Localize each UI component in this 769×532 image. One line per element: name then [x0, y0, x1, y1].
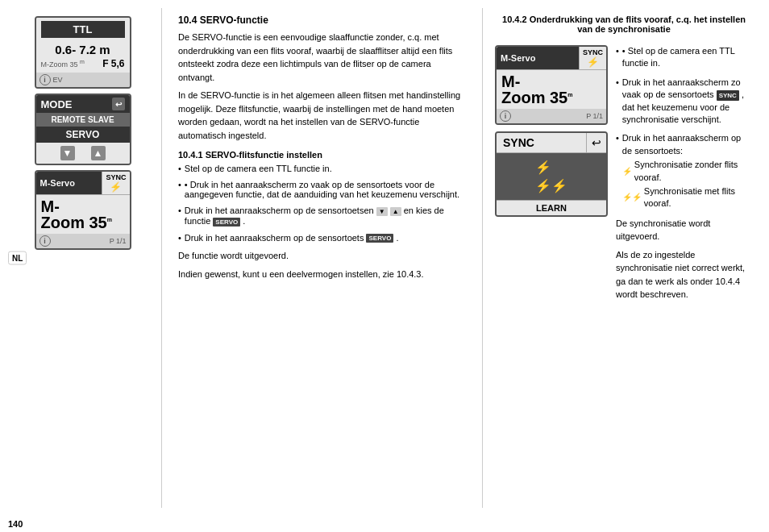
right-bullet-2: • Druk in het aanraakscherm zo vaak op d… [616, 77, 753, 127]
mode-device: MODE ↩ REMOTE SLAVE SERVO ▼ ▲ [35, 94, 131, 165]
bullet-text-4: Druk in het aanraakscherm op de sensorto… [185, 233, 399, 243]
bullet-text-3: Druk in het aanraakscherm op de sensorto… [185, 206, 466, 227]
right-body-1: De synchronisatie wordt uitgevoerd. [616, 217, 753, 243]
flash-1: ⚡ [535, 160, 567, 175]
ttl-header: TTL [41, 21, 125, 38]
right-section-title: 10.4.2 Onderdrukking van de flits vooraf… [495, 15, 753, 34]
page-number: 140 [0, 516, 769, 532]
sync-device-label: SYNC [497, 133, 586, 153]
mservo-label: M-Servo [36, 172, 102, 194]
ev-label: EV [53, 76, 63, 84]
bullet-1: • Stel op de camera een TTL functie in. [178, 164, 466, 173]
bullet-dot-3: • [178, 206, 181, 215]
right-mzoom-large: M- Zoom 35m [501, 73, 601, 106]
bullet-2: • • Druk in het aanraakscherm zo vaak op… [178, 180, 466, 199]
sync-back-icon: ↩ [586, 133, 606, 153]
body-text-3: De functie wordt uitgevoerd. [178, 249, 466, 263]
bullet-dot-2: • [178, 180, 181, 189]
right-bullet-1: • • Stel op de camera een TTL functie in… [616, 45, 753, 70]
right-text-section: • • Stel op de camera een TTL functie in… [616, 45, 753, 306]
mservo-device: M-Servo SYNC ⚡ M- Zoom 35m i P 1/1 [35, 170, 131, 250]
bullet-4: • Druk in het aanraakscherm op de sensor… [178, 233, 466, 243]
middle-content: 10.4 SERVO-functie De SERVO-functie is e… [166, 8, 478, 508]
sync-device: SYNC ↩ ⚡ ⚡⚡ LEARN [495, 131, 608, 217]
back-button[interactable]: ↩ [112, 98, 125, 110]
bullet-3: • Druk in het aanraakscherm op de sensor… [178, 206, 466, 227]
flash-2: ⚡⚡ [535, 178, 567, 193]
section-subtitle-1: 10.4.1 SERVO-flitsfunctie instellen [178, 150, 466, 160]
remote-slave-bar: REMOTE SLAVE [36, 113, 130, 127]
mzoom-large: M- Zoom 35m [41, 198, 125, 231]
p-indicator: P 1/1 [110, 237, 127, 245]
flash-icon-inline-2: ⚡⚡ [622, 192, 642, 203]
right-inner: M-Servo SYNC ⚡ M- Zoom 35m i [495, 45, 753, 306]
sync-line-2: Synchronisatie met flits vooraf. [644, 185, 753, 210]
sync-line-1: Synchronisatie zonder flits vooraf. [634, 159, 753, 184]
right-p-indicator: P 1/1 [586, 112, 603, 120]
bullet-text-1: Stel op de camera een TTL functie in. [185, 164, 332, 173]
right-panel: 10.4.2 Onderdrukking van de flits vooraf… [487, 8, 761, 508]
right-bullet-text-2: Druk in het aanraakscherm zo vaak op de … [622, 77, 753, 127]
right-mservo-label: M-Servo [497, 47, 579, 69]
range-display: 0.6- 7.2 m [41, 41, 125, 58]
servo-bar: SERVO [36, 127, 130, 143]
zoom-text: M-Zoom 35 m [41, 59, 85, 69]
right-body-2: Als de zo ingestelde synchronisatie niet… [616, 248, 753, 301]
right-sync-text: SYNC [583, 48, 603, 56]
right-info-icon: i [500, 110, 511, 122]
mode-label: MODE [41, 98, 73, 110]
left-panel: NL TTL 0.6- 7.2 m M-Zoom 35 m F 5,6 i EV… [8, 8, 157, 508]
nl-badge: NL [8, 251, 27, 265]
flash-icons: ⚡ ⚡⚡ [535, 160, 567, 193]
info-icon: i [39, 74, 51, 85]
right-bullet-3: • Druk in het aanraakscherm op de sensor… [616, 132, 753, 210]
right-bullet-dot-3: • [616, 132, 619, 144]
servo-badge-2: SERVO [366, 234, 393, 243]
sync-flash-icon: ⚡ [110, 181, 122, 193]
bullet-dot-1: • [178, 164, 181, 173]
bullet-text-2: • Druk in het aanraakscherm zo vaak op d… [185, 180, 466, 199]
right-bullet-text-3: Druk in het aanraakscherm op de sensorto… [622, 132, 753, 210]
right-bullet-dot-1: • [616, 45, 619, 57]
body-text-1: De SERVO-functie is een eenvoudige slaaf… [178, 31, 466, 84]
arrow-down-button[interactable]: ▼ [60, 146, 75, 160]
ttl-device: TTL 0.6- 7.2 m M-Zoom 35 m F 5,6 i EV [35, 16, 131, 89]
right-sync-flash: ⚡ [587, 56, 599, 68]
info-icon-2: i [39, 235, 51, 247]
arrow-up-button[interactable]: ▲ [91, 146, 106, 160]
right-devices-col: M-Servo SYNC ⚡ M- Zoom 35m i [495, 45, 608, 306]
left-divider [161, 8, 162, 508]
sync-text: SYNC [106, 173, 126, 181]
servo-badge-1: SERVO [213, 218, 240, 227]
bullet-dot-4: • [178, 233, 181, 243]
right-bullet-dot-2: • [616, 77, 619, 89]
right-divider [482, 8, 483, 508]
sync-inline-badge: SYNC [717, 90, 739, 101]
arrow-up-inline: ▲ [390, 207, 401, 216]
body-text-4: Indien gewenst, kunt u een deelvermogen … [178, 268, 466, 281]
body-text-2: In de SERVO-functie is in het algemeen a… [178, 89, 466, 142]
fstop: F 5,6 [102, 58, 124, 69]
flash-icon-inline-1: ⚡ [622, 166, 632, 177]
section-title: 10.4 SERVO-functie [178, 15, 466, 26]
arrow-down-inline: ▼ [376, 207, 388, 216]
right-mservo-device: M-Servo SYNC ⚡ M- Zoom 35m i [495, 45, 608, 125]
sync-device-body: ⚡ ⚡⚡ [497, 153, 606, 200]
learn-bar: LEARN [497, 200, 606, 215]
right-bullet-text-1: • Stel op de camera een TTL functie in. [622, 45, 753, 70]
